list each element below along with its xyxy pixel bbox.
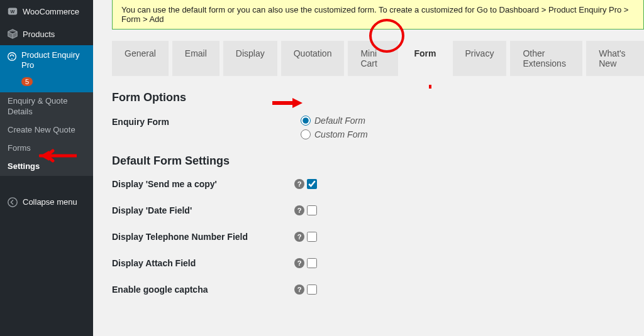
sidebar-label: Products: [23, 30, 55, 39]
radio-default-form[interactable]: [301, 116, 311, 126]
row-date-field: Display 'Date Field' ?: [112, 205, 644, 215]
notice-banner: You can use the default form or you can …: [112, 0, 644, 30]
label-send-copy: Display 'Send me a copy': [112, 179, 294, 189]
label-attach: Display Attach Field: [112, 258, 294, 268]
tab-whats-new[interactable]: What's New: [586, 41, 644, 76]
label-telephone: Display Telephone Number Field: [112, 232, 294, 242]
form-options-heading: Form Options: [112, 91, 644, 104]
sidebar-item-products[interactable]: Products: [0, 23, 93, 45]
help-icon[interactable]: ?: [294, 258, 304, 268]
notification-badge: 5: [21, 77, 33, 86]
label-date-field: Display 'Date Field': [112, 205, 294, 215]
notice-text: You can use the default form or you can …: [121, 5, 628, 24]
woo-icon: W: [6, 5, 19, 18]
sub-item-create-quote[interactable]: Create New Quote: [0, 121, 93, 139]
settings-tabs: General Email Display Quotation Mini Car…: [93, 37, 644, 76]
enquiry-icon: [6, 50, 18, 63]
enquiry-form-row: Enquiry Form Default Form Custom Form: [112, 116, 644, 139]
annotation-tick: [429, 85, 431, 89]
checkbox-telephone[interactable]: [307, 232, 317, 242]
radio-default-label[interactable]: Default Form: [314, 116, 365, 126]
sub-item-forms[interactable]: Forms: [0, 139, 93, 158]
box-icon: [6, 28, 19, 40]
svg-point-3: [11, 58, 13, 60]
tab-display[interactable]: Display: [223, 41, 277, 76]
help-icon[interactable]: ?: [294, 285, 304, 295]
row-attach: Display Attach Field ?: [112, 258, 644, 268]
sidebar-label: WooCommerce: [23, 7, 79, 16]
radio-custom-form[interactable]: [301, 129, 311, 139]
checkbox-send-copy[interactable]: [307, 179, 317, 189]
enquiry-form-label: Enquiry Form: [112, 116, 301, 127]
admin-sidebar: W WooCommerce Products Product Enquiry P…: [0, 0, 93, 336]
row-send-copy: Display 'Send me a copy' ?: [112, 179, 644, 189]
svg-text:W: W: [11, 9, 15, 14]
sub-item-enquiry-details[interactable]: Enquiry & Quote Details: [0, 92, 93, 121]
checkbox-attach[interactable]: [307, 258, 317, 268]
sidebar-item-woocommerce[interactable]: W WooCommerce: [0, 0, 93, 23]
help-icon[interactable]: ?: [294, 205, 304, 215]
checkbox-captcha[interactable]: [307, 285, 317, 295]
row-captcha: Enable google captcha ?: [112, 285, 644, 295]
default-settings-heading: Default Form Settings: [112, 154, 644, 168]
main-content: You can use the default form or you can …: [93, 0, 644, 336]
checkbox-date-field[interactable]: [307, 205, 317, 215]
help-icon[interactable]: ?: [294, 179, 304, 189]
sidebar-badge-row: 5: [0, 72, 93, 92]
collapse-icon: [6, 196, 19, 209]
collapse-menu[interactable]: Collapse menu: [0, 191, 93, 214]
collapse-label: Collapse menu: [23, 197, 77, 207]
tab-form[interactable]: Form: [402, 41, 449, 76]
tab-mini-cart[interactable]: Mini Cart: [348, 41, 397, 76]
sidebar-label: Product Enquiry Pro: [21, 50, 87, 70]
tab-privacy[interactable]: Privacy: [453, 41, 507, 76]
sub-item-settings[interactable]: Settings: [0, 158, 93, 176]
tab-email[interactable]: Email: [172, 41, 219, 76]
tab-other-extensions[interactable]: Other Extensions: [510, 41, 582, 76]
row-telephone: Display Telephone Number Field ?: [112, 232, 644, 242]
sidebar-submenu: Enquiry & Quote Details Create New Quote…: [0, 92, 93, 175]
tab-general[interactable]: General: [112, 41, 169, 76]
radio-custom-label[interactable]: Custom Form: [314, 129, 368, 139]
sidebar-item-product-enquiry-pro[interactable]: Product Enquiry Pro: [0, 45, 93, 72]
help-icon[interactable]: ?: [294, 232, 304, 242]
label-captcha: Enable google captcha: [112, 285, 294, 295]
tab-quotation[interactable]: Quotation: [281, 41, 345, 76]
svg-point-4: [8, 197, 17, 206]
